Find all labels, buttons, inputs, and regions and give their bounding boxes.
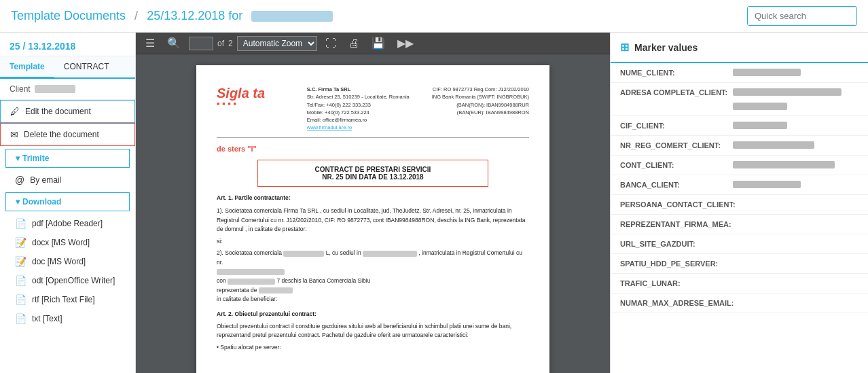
marker-row: ADRESA COMPLETA_CLIENT: bbox=[611, 83, 868, 116]
marker-row: TRAFIC_LUNAR: bbox=[611, 274, 868, 294]
print-btn[interactable]: 🖨 bbox=[344, 36, 363, 51]
marker-value bbox=[733, 88, 858, 110]
pdf-label: pdf [Adobe Reader] bbox=[32, 219, 103, 228]
delete-document-button[interactable]: ✉ Delete the document bbox=[0, 123, 135, 146]
search-btn[interactable]: 🔍 bbox=[163, 35, 185, 51]
art1-p2: 2). Societatea comerciala L, cu sediul i… bbox=[217, 249, 529, 304]
quick-search-input[interactable] bbox=[748, 7, 856, 25]
fullscreen-btn[interactable]: ⛶ bbox=[321, 36, 340, 51]
header-title: Template Documents / 25/13.12.2018 for bbox=[11, 9, 333, 23]
blurred-rep bbox=[259, 287, 293, 294]
tab-contract[interactable]: CONTRACT bbox=[54, 56, 119, 79]
title-prefix: Template Documents bbox=[11, 9, 126, 22]
sigla-sub: ■ ■ ■ ■ bbox=[217, 101, 285, 106]
marker-label: REPREZENTANT_FIRMA_MEA: bbox=[620, 220, 731, 228]
header-slash: / bbox=[134, 9, 138, 22]
marker-value bbox=[733, 69, 801, 76]
blurred-reg bbox=[217, 269, 285, 275]
pdf-company-info: S.C. Firma Ta SRL Str. Adresei 25, 51023… bbox=[307, 86, 410, 132]
trimite-section[interactable]: ▾ Trimite bbox=[5, 149, 130, 168]
sidebar-client-row: Client bbox=[0, 79, 135, 100]
edit-label: Edit the document bbox=[25, 107, 91, 116]
art2-bullet: • Spatiu alocat pe server: bbox=[217, 343, 529, 353]
edit-icon: 🖊 bbox=[10, 106, 20, 117]
pdf-bank-info: CIF: RO 9872773 Reg.Com: J12/202/2010 IN… bbox=[432, 86, 529, 116]
marker-row: REPREZENTANT_FIRMA_MEA: bbox=[611, 215, 868, 234]
pdf-content: Sigla ta ■ ■ ■ ■ S.C. Firma Ta SRL Str. … bbox=[136, 54, 610, 373]
trimite-label: Trimite bbox=[22, 154, 49, 163]
pdf-toolbar: ☰ 🔍 1 of 2 Automatic Zoom ⛶ 🖨 💾 ▶▶ bbox=[136, 33, 610, 54]
art2-text: Obiectul prezentului contract il constit… bbox=[217, 322, 529, 340]
marker-value bbox=[733, 161, 835, 168]
marker-rows: NUME_CLIENT: ADRESA COMPLETA_CLIENT: CIF… bbox=[611, 63, 868, 313]
marker-value bbox=[733, 181, 801, 188]
art1-p1: 1). Societatea comerciala Firma Ta SRL ,… bbox=[217, 207, 529, 234]
pdf-logo: Sigla ta ■ ■ ■ ■ bbox=[217, 86, 285, 106]
sidebar-tabs: Template CONTRACT bbox=[0, 56, 135, 79]
pdf-body: Art. 1. Partile contractante: 1). Societ… bbox=[217, 194, 529, 353]
marker-label: PERSOANA_CONTACT_CLIENT: bbox=[620, 200, 736, 209]
edit-document-button[interactable]: 🖊 Edit the document bbox=[0, 100, 135, 123]
page-total: 2 bbox=[228, 39, 233, 48]
sidebar-toggle-btn[interactable]: ☰ bbox=[141, 35, 159, 51]
contract-title-line1: CONTRACT DE PRESTARI SERVICII bbox=[264, 166, 482, 173]
marker-label: TRAFIC_LUNAR: bbox=[620, 279, 729, 287]
sidebar-doc-num: 25 / 13.12.2018 bbox=[0, 33, 135, 56]
doc-icon: 📝 bbox=[15, 256, 26, 267]
download-label: Download bbox=[22, 197, 61, 207]
pdf-viewer: ☰ 🔍 1 of 2 Automatic Zoom ⛶ 🖨 💾 ▶▶ Sigla… bbox=[136, 33, 610, 373]
pdf-delete-marker: de sters "l" bbox=[217, 145, 529, 153]
marker-value bbox=[733, 141, 814, 149]
page-number-input[interactable]: 1 bbox=[189, 37, 213, 50]
tab-template[interactable]: Template bbox=[0, 56, 54, 79]
download-section[interactable]: ▾ Download bbox=[5, 192, 130, 211]
sidebar: 25 / 13.12.2018 Template CONTRACT Client… bbox=[0, 33, 136, 373]
delete-icon: ✉ bbox=[10, 129, 18, 140]
marker-label: NR_REG_COMERT_CLIENT: bbox=[620, 141, 729, 149]
doc-ref: 25/13.12.2018 bbox=[147, 9, 225, 22]
marker-row: BANCA_CLIENT: bbox=[611, 175, 868, 195]
company-web: www.firmadul.are.ro bbox=[307, 124, 352, 130]
marker-row: NUME_CLIENT: bbox=[611, 63, 868, 83]
pdf-icon: 📄 bbox=[15, 218, 26, 229]
download-doc-item[interactable]: 📝doc [MS Word] bbox=[0, 252, 135, 271]
by-email-label: By email bbox=[30, 175, 61, 185]
pdf-contract-title: CONTRACT DE PRESTARI SERVICII NR. 25 DIN… bbox=[257, 160, 488, 187]
client-label: Client bbox=[10, 84, 31, 94]
txt-label: txt [Text] bbox=[32, 314, 62, 323]
trimite-chevron: ▾ bbox=[16, 154, 20, 163]
download-txt-item[interactable]: 📄txt [Text] bbox=[0, 309, 135, 328]
marker-panel: ⊞ Marker values NUME_CLIENT: ADRESA COMP… bbox=[610, 33, 868, 373]
marker-value-blurred bbox=[733, 141, 814, 149]
quick-search-wrap[interactable] bbox=[747, 6, 857, 26]
marker-value-blurred bbox=[733, 161, 835, 168]
download-odt-item[interactable]: 📄odt [OpenOffice Writer] bbox=[0, 271, 135, 290]
marker-value-blurred bbox=[733, 181, 801, 188]
marker-label: SPATIU_HDD_PE_SERVER: bbox=[620, 260, 729, 268]
doc-label: doc [MS Word] bbox=[32, 257, 86, 266]
marker-label: CIF_CLIENT: bbox=[620, 122, 729, 130]
download-docx-item[interactable]: 📝docx [MS Word] bbox=[0, 233, 135, 252]
zoom-select[interactable]: Automatic Zoom bbox=[237, 36, 317, 51]
download-chevron: ▾ bbox=[16, 197, 20, 207]
more-btn[interactable]: ▶▶ bbox=[393, 35, 418, 51]
marker-row: CIF_CLIENT: bbox=[611, 116, 868, 136]
for-text: for bbox=[228, 9, 242, 22]
docx-label: docx [MS Word] bbox=[32, 238, 90, 247]
marker-panel-header: ⊞ Marker values bbox=[611, 33, 868, 63]
download-pdf-item[interactable]: 📄pdf [Adobe Reader] bbox=[0, 214, 135, 233]
marker-panel-title: Marker values bbox=[634, 42, 698, 53]
marker-label: NUME_CLIENT: bbox=[620, 69, 729, 77]
blurred-company bbox=[283, 251, 324, 257]
marker-row: NUMAR_MAX_ADRESE_EMAIL: bbox=[611, 294, 868, 313]
odt-label: odt [OpenOffice Writer] bbox=[32, 276, 115, 285]
marker-row: NR_REG_COMERT_CLIENT: bbox=[611, 136, 868, 156]
marker-row: CONT_CLIENT: bbox=[611, 156, 868, 175]
marker-value-blurred bbox=[733, 88, 842, 96]
cif-text: CIF: RO 9872773 Reg.Com: J12/202/2010 bbox=[433, 86, 529, 92]
marker-label: ADRESA COMPLETA_CLIENT: bbox=[620, 88, 729, 96]
by-email-item[interactable]: @ By email bbox=[0, 171, 135, 190]
download-items: 📄pdf [Adobe Reader]📝docx [MS Word]📝doc [… bbox=[0, 214, 135, 328]
download-rtf-item[interactable]: 📄rtf [Rich Text File] bbox=[0, 290, 135, 309]
save-btn[interactable]: 💾 bbox=[367, 35, 389, 51]
